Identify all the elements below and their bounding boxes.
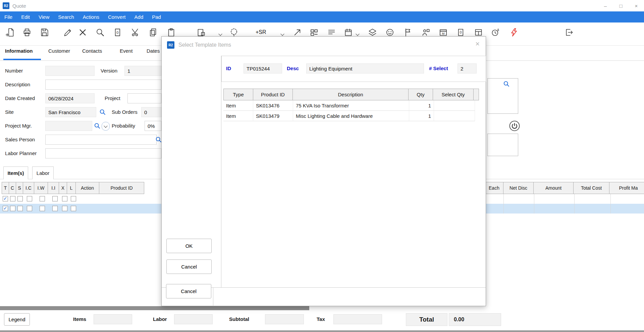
- row1-checkbox-iw[interactable]: [40, 196, 45, 201]
- row2-checkbox-x[interactable]: [62, 206, 67, 211]
- col-header-product-id[interactable]: Product ID: [253, 89, 293, 100]
- tab-customer[interactable]: Customer: [48, 48, 70, 54]
- sales-person-search-button[interactable]: [155, 136, 162, 144]
- sales-person-input[interactable]: [45, 135, 157, 145]
- edit-button[interactable]: [61, 26, 74, 39]
- col-header-description[interactable]: Description: [292, 89, 409, 100]
- template-id-input[interactable]: [244, 63, 282, 74]
- menu-item-view[interactable]: View: [34, 11, 54, 22]
- col-header-c[interactable]: C: [9, 182, 16, 194]
- row1-checkbox-ic[interactable]: [27, 196, 32, 201]
- delete-button[interactable]: [76, 26, 89, 39]
- row2-checkbox-l[interactable]: [71, 206, 76, 211]
- col-header-x[interactable]: X: [59, 182, 67, 194]
- labor-planner-input[interactable]: [45, 148, 161, 158]
- menu-item-file[interactable]: File: [0, 11, 17, 22]
- site-input[interactable]: [45, 107, 96, 117]
- row2-checkbox-ic[interactable]: [27, 206, 32, 211]
- site-search-button[interactable]: [99, 109, 106, 116]
- tab-dates[interactable]: Dates: [147, 48, 160, 54]
- col-header-t[interactable]: T: [2, 182, 9, 194]
- project-input[interactable]: [127, 93, 161, 103]
- template-item-row[interactable]: Item SK013476 75 KVA Iso Transformer 1: [223, 100, 475, 111]
- date-created-input[interactable]: [45, 93, 95, 103]
- menu-item-pad[interactable]: Pad: [148, 11, 165, 22]
- menu-item-add[interactable]: Add: [130, 11, 148, 22]
- paste-special-chevron[interactable]: [219, 31, 222, 36]
- tab-labor[interactable]: Labor: [32, 167, 54, 179]
- menu-item-search[interactable]: Search: [54, 11, 78, 22]
- menu-item-convert[interactable]: Convert: [104, 11, 130, 22]
- ok-button[interactable]: OK: [166, 239, 212, 253]
- row2-checkbox-c[interactable]: [10, 206, 15, 211]
- tab-items[interactable]: Item(s): [3, 167, 28, 179]
- row2-checkbox-ii[interactable]: [52, 206, 58, 211]
- row1-checkbox-l[interactable]: [71, 196, 76, 201]
- dialog-close-button[interactable]: ×: [475, 40, 480, 48]
- col-header-type[interactable]: Type: [223, 89, 253, 100]
- rush-button[interactable]: [507, 26, 521, 39]
- row2-checkbox-s[interactable]: [17, 206, 23, 211]
- billing-time-button[interactable]: $: [489, 26, 502, 39]
- cell-select-qty[interactable]: [434, 100, 475, 111]
- new-document-button[interactable]: [3, 26, 17, 39]
- template-desc-input[interactable]: [306, 63, 424, 74]
- add-sr-chevron[interactable]: [281, 31, 284, 36]
- save-button[interactable]: [38, 26, 51, 39]
- menu-item-actions[interactable]: Actions: [78, 11, 104, 22]
- copy-button[interactable]: [146, 26, 160, 39]
- background-cancel-button[interactable]: Cancel: [166, 284, 211, 298]
- number-input[interactable]: [45, 66, 95, 76]
- col-header-net-disc[interactable]: Net Disc: [503, 182, 534, 194]
- template-item-row[interactable]: Item SK013479 Misc Lighting Cable and Ha…: [223, 111, 475, 121]
- col-header-ic[interactable]: I.C: [23, 182, 34, 194]
- power-button[interactable]: [509, 120, 520, 133]
- search-button[interactable]: [93, 26, 107, 39]
- col-header-profit-margin[interactable]: Profit Ma: [609, 182, 644, 194]
- col-header-select-qty[interactable]: Select Qty: [433, 89, 474, 100]
- row1-checkbox-x[interactable]: [62, 196, 67, 201]
- row1-checkbox-t[interactable]: [3, 196, 8, 201]
- row1-checkbox-s[interactable]: [17, 196, 23, 201]
- col-header-s[interactable]: S: [16, 182, 23, 194]
- num-select-input[interactable]: [458, 63, 477, 74]
- view-record-button[interactable]: 0: [111, 26, 124, 39]
- version-input[interactable]: [124, 66, 161, 76]
- items-total-field: [94, 314, 132, 324]
- probability-input[interactable]: [145, 121, 161, 131]
- tab-information[interactable]: Information: [5, 48, 33, 54]
- project-mgr-dropdown-button[interactable]: [102, 122, 110, 131]
- col-header-product-id[interactable]: Product ID: [99, 182, 144, 194]
- quote-search-button[interactable]: [503, 81, 510, 88]
- cell-select-qty[interactable]: [434, 111, 475, 121]
- col-header-ii[interactable]: I.I: [48, 182, 59, 194]
- legend-button[interactable]: Legend: [4, 313, 30, 326]
- col-header-amount[interactable]: Amount: [533, 182, 574, 194]
- exit-button[interactable]: [562, 26, 576, 39]
- close-button[interactable]: ×: [629, 0, 644, 11]
- horizontal-scrollbar[interactable]: [0, 306, 309, 310]
- cancel-button[interactable]: Cancel: [166, 259, 212, 274]
- cut-button[interactable]: [128, 26, 142, 39]
- col-header-total-cost[interactable]: Total Cost: [573, 182, 609, 194]
- minimize-button[interactable]: –: [598, 0, 613, 11]
- calendar-chevron[interactable]: [356, 31, 359, 36]
- col-header-action[interactable]: Action: [75, 182, 99, 194]
- project-mgr-input[interactable]: [45, 121, 92, 131]
- col-header-l[interactable]: L: [67, 182, 76, 194]
- print-button[interactable]: [20, 26, 34, 39]
- tab-contacts[interactable]: Contacts: [82, 48, 102, 54]
- tab-event[interactable]: Event: [120, 48, 132, 54]
- menu-item-edit[interactable]: Edit: [17, 11, 34, 22]
- row2-checkbox-t[interactable]: [3, 206, 8, 211]
- row1-checkbox-ii[interactable]: [52, 196, 58, 201]
- sub-orders-input[interactable]: [141, 107, 161, 117]
- maximize-button[interactable]: □: [613, 0, 629, 11]
- col-header-each[interactable]: Each: [485, 182, 503, 194]
- description-input[interactable]: [45, 80, 161, 90]
- row1-checkbox-c[interactable]: [10, 196, 15, 201]
- project-mgr-search-button[interactable]: [94, 123, 101, 130]
- row2-checkbox-iw[interactable]: [40, 206, 45, 211]
- col-header-iw[interactable]: I.W: [34, 182, 48, 194]
- col-header-qty[interactable]: Qty: [408, 89, 433, 100]
